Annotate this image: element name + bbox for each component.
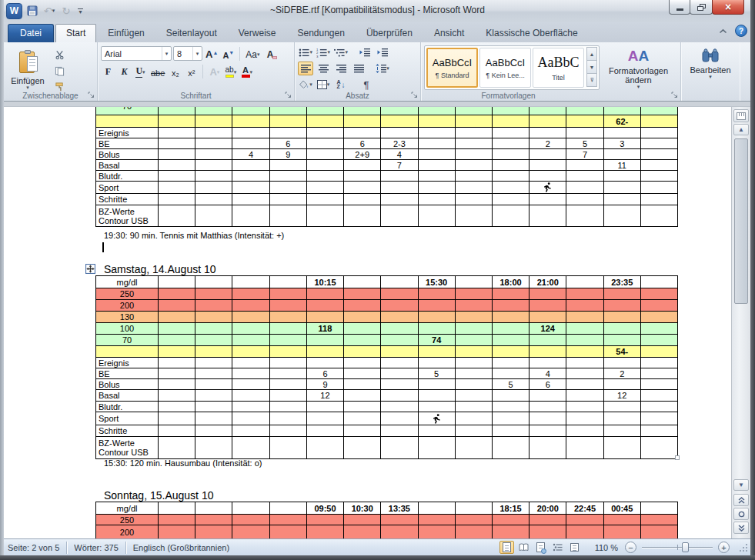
table-cell[interactable] [344, 300, 381, 311]
table-cell[interactable] [270, 205, 307, 226]
table-cell[interactable] [641, 525, 677, 538]
table-cell[interactable] [232, 379, 269, 389]
table-cell[interactable] [530, 128, 566, 138]
table-cell[interactable]: 21:00 [530, 276, 566, 288]
table-cell[interactable] [456, 149, 493, 159]
zoom-slider-thumb[interactable] [682, 542, 689, 552]
select-browse-object-button[interactable] [733, 508, 749, 520]
table-cell[interactable] [232, 276, 269, 288]
table-cell[interactable] [493, 107, 530, 115]
table-cell[interactable] [344, 525, 381, 538]
align-center-button[interactable] [316, 62, 331, 75]
row-label[interactable]: Sport [96, 412, 159, 425]
tab-ueberpruefen[interactable]: Überprüfen [356, 25, 423, 42]
table-cell[interactable] [530, 115, 566, 127]
table-cell[interactable]: 18:00 [493, 276, 530, 288]
text-effects-button[interactable]: A▾ [207, 64, 222, 78]
table-cell[interactable] [270, 437, 307, 458]
table-cell[interactable]: 2 [604, 368, 641, 378]
table-cell[interactable]: 12 [604, 390, 641, 401]
table-cell[interactable] [641, 402, 677, 412]
table-cell[interactable] [195, 402, 232, 412]
table-cell[interactable] [566, 107, 603, 115]
table-cell[interactable]: 4 [381, 149, 418, 159]
table-cell[interactable] [530, 425, 566, 436]
table-cell[interactable] [344, 171, 381, 181]
table-move-handle[interactable] [85, 264, 95, 274]
zoom-slider[interactable] [642, 542, 713, 553]
table-cell[interactable] [604, 412, 641, 425]
table-cell[interactable]: 10:15 [307, 276, 344, 288]
table-cell[interactable] [344, 194, 381, 205]
table-cell[interactable] [195, 437, 232, 458]
table-cell[interactable] [456, 115, 493, 127]
table-cell[interactable] [493, 312, 530, 322]
table-cell[interactable] [604, 323, 641, 334]
table-cell[interactable] [641, 425, 677, 436]
table-cell[interactable] [159, 300, 195, 311]
table-cell[interactable] [456, 288, 493, 299]
row-label[interactable]: Bolus [96, 149, 159, 159]
table-cell[interactable] [641, 358, 677, 368]
tab-verweise[interactable]: Verweise [229, 25, 286, 42]
table-cell[interactable] [344, 128, 381, 138]
table-cell[interactable] [344, 323, 381, 334]
style-card-standard[interactable]: AaBbCcI ¶ Standard [426, 48, 478, 88]
table-cell[interactable] [530, 346, 566, 357]
previous-page-button[interactable] [733, 494, 749, 506]
show-paragraph-marks-button[interactable]: ¶ [359, 78, 374, 92]
table-cell[interactable] [270, 502, 307, 514]
table-cell[interactable]: 54- [604, 346, 641, 357]
table-cell[interactable]: 00:45 [604, 502, 641, 514]
table-cell[interactable] [195, 276, 232, 288]
table-cell[interactable] [566, 312, 603, 322]
table-cell[interactable]: 10:30 [344, 502, 381, 514]
table-cell[interactable] [604, 379, 641, 389]
table-cell[interactable] [419, 149, 456, 159]
align-left-button[interactable] [298, 62, 313, 75]
fullscreen-reading-view-button[interactable] [516, 541, 531, 554]
table-cell[interactable] [381, 205, 418, 226]
row-label[interactable]: Bolus [96, 379, 159, 389]
table-cell[interactable] [419, 346, 456, 357]
table-cell[interactable] [566, 205, 603, 226]
zoom-out-button[interactable]: − [625, 542, 636, 553]
table-cell[interactable] [493, 358, 530, 368]
table-cell[interactable] [307, 437, 344, 458]
table-cell[interactable] [195, 335, 232, 345]
table-cell[interactable] [641, 346, 677, 357]
table-cell[interactable] [493, 402, 530, 412]
table-cell[interactable] [270, 182, 307, 193]
table-cell[interactable] [344, 107, 381, 115]
table-cell[interactable] [641, 515, 677, 525]
table-cell[interactable] [456, 437, 493, 458]
table-cell[interactable] [566, 402, 603, 412]
table-cell[interactable] [381, 437, 418, 458]
table-cell[interactable] [419, 402, 456, 412]
table-cell[interactable]: 6 [344, 138, 381, 148]
minimize-button[interactable] [669, 0, 690, 15]
table-cell[interactable] [566, 276, 603, 288]
table-cell[interactable] [604, 335, 641, 345]
table-cell[interactable] [493, 149, 530, 159]
bold-button[interactable]: F [101, 64, 115, 78]
table-cell[interactable] [270, 358, 307, 368]
table-cell[interactable] [641, 138, 677, 148]
table-cell[interactable] [270, 379, 307, 389]
table-cell[interactable] [566, 412, 603, 425]
row-label[interactable]: Blutdr. [96, 171, 159, 181]
table-cell[interactable] [381, 182, 418, 193]
table-cell[interactable] [270, 115, 307, 127]
table-cell[interactable] [456, 312, 493, 322]
table-cell[interactable] [419, 300, 456, 311]
table-cell[interactable] [604, 425, 641, 436]
table-cell[interactable] [381, 276, 418, 288]
table-cell[interactable] [159, 346, 195, 357]
table-cell[interactable] [493, 171, 530, 181]
table-cell[interactable] [232, 525, 269, 538]
table-cell[interactable] [344, 379, 381, 389]
table-cell[interactable] [530, 412, 566, 425]
table-cell[interactable] [641, 276, 677, 288]
table-cell[interactable]: 6 [307, 368, 344, 378]
style-card-titel[interactable]: AaBbC Titel [533, 48, 584, 88]
